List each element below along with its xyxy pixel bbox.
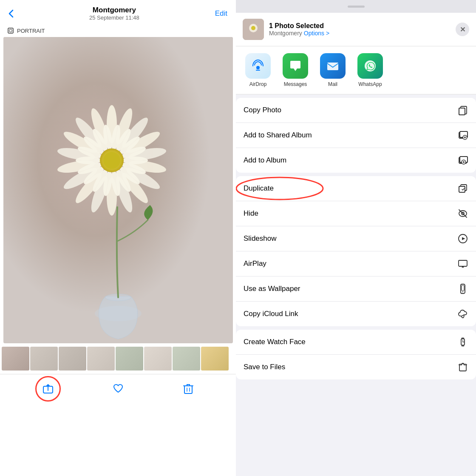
thumbnail[interactable]: [30, 347, 58, 371]
airplay-icon: [457, 258, 468, 269]
slideshow-item[interactable]: Slideshow: [236, 226, 476, 251]
album-name: Montgomery: [269, 30, 302, 37]
shared-album-icon: [457, 130, 468, 141]
thumbnail-strip: [0, 343, 236, 374]
thumbnail[interactable]: [2, 347, 29, 371]
copy-photo-item[interactable]: Copy Photo: [236, 98, 476, 123]
selected-count: 1 Photo Selected: [269, 22, 450, 30]
cloud-link-icon: [457, 308, 468, 319]
action-group-1: Copy Photo Add to Shared Album A: [236, 98, 476, 173]
svg-rect-49: [327, 63, 338, 70]
favorite-button[interactable]: [109, 379, 128, 398]
messages-icon: [283, 53, 308, 79]
trash-icon: [183, 383, 194, 395]
copy-photo-label: Copy Photo: [244, 106, 281, 114]
album-info-row: Montgomery Options >: [269, 30, 450, 37]
play-icon: [457, 233, 468, 244]
save-to-files-item[interactable]: Save to Files: [236, 355, 476, 379]
thumbnail[interactable]: [201, 347, 229, 371]
share-button[interactable]: [39, 379, 57, 398]
copy-icloud-link-item[interactable]: Copy iCloud Link: [236, 302, 476, 326]
svg-rect-72: [462, 285, 464, 291]
portrait-label: PORTRAIT: [17, 28, 45, 34]
save-to-files-label: Save to Files: [244, 363, 285, 371]
svg-point-73: [462, 291, 463, 292]
svg-rect-44: [184, 386, 192, 393]
app-item-whatsapp[interactable]: WhatsApp: [353, 53, 387, 87]
back-button[interactable]: [8, 9, 14, 18]
thumbnail[interactable]: [59, 347, 86, 371]
svg-point-42: [103, 152, 120, 169]
svg-point-47: [251, 26, 255, 30]
photo-date: 25 September 11:48: [89, 14, 139, 21]
files-icon: [457, 362, 468, 373]
app-item-messages[interactable]: Messages: [278, 53, 312, 87]
share-sheet: 1 Photo Selected Montgomery Options > ✕ …: [236, 0, 476, 476]
svg-rect-0: [8, 28, 13, 33]
sheet-header-info: 1 Photo Selected Montgomery Options >: [269, 22, 450, 37]
flower-image: [3, 37, 233, 343]
app-item-mail[interactable]: Mail: [316, 53, 350, 87]
copy-photo-icon: [457, 105, 468, 116]
add-to-shared-album-item[interactable]: Add to Shared Album: [236, 123, 476, 148]
airplay-label: AirPlay: [244, 259, 266, 268]
sheet-handle-area: [236, 0, 476, 13]
create-watch-face-label: Create Watch Face: [244, 338, 306, 346]
svg-point-48: [256, 66, 260, 69]
portrait-badge: PORTRAIT: [0, 24, 236, 37]
photos-viewer: Montgomery 25 September 11:48 Edit PORTR…: [0, 0, 236, 476]
bottom-toolbar: [0, 374, 236, 407]
action-group-3: Create Watch Face Save to Files: [236, 330, 476, 379]
whatsapp-icon: [357, 53, 383, 79]
add-album-icon: [457, 155, 468, 166]
portrait-icon: [7, 27, 14, 34]
apps-row: AirDrop Messages Mail: [236, 46, 476, 94]
copy-icloud-link-label: Copy iCloud Link: [244, 310, 298, 318]
app-item-airdrop[interactable]: AirDrop: [241, 53, 275, 87]
svg-rect-1: [9, 29, 12, 32]
mail-label: Mail: [328, 81, 337, 87]
svg-rect-52: [459, 108, 465, 115]
album-title: Montgomery: [89, 6, 139, 14]
use-as-wallpaper-item[interactable]: Use as Wallpaper: [236, 276, 476, 302]
nav-bar: Montgomery 25 September 11:48 Edit: [0, 0, 236, 24]
airdrop-icon: [245, 53, 271, 79]
edit-button[interactable]: Edit: [215, 9, 227, 18]
hide-item[interactable]: Hide: [236, 201, 476, 226]
action-list: Copy Photo Add to Shared Album A: [236, 94, 476, 476]
airdrop-label: AirDrop: [249, 81, 267, 87]
options-link[interactable]: Options >: [304, 30, 329, 37]
add-to-album-item[interactable]: Add to Album: [236, 148, 476, 173]
main-photo: [3, 37, 233, 343]
hide-icon: [457, 208, 468, 219]
sheet-header: 1 Photo Selected Montgomery Options > ✕: [236, 13, 476, 46]
duplicate-label: Duplicate: [244, 184, 274, 193]
duplicate-item[interactable]: Duplicate: [236, 176, 476, 201]
delete-button[interactable]: [179, 379, 198, 398]
heart-icon: [112, 383, 124, 395]
messages-label: Messages: [284, 81, 307, 87]
svg-rect-70: [459, 260, 467, 266]
share-button-annotation: [35, 376, 61, 402]
slideshow-label: Slideshow: [244, 234, 277, 243]
nav-title: Montgomery 25 September 11:48: [89, 6, 139, 21]
thumbnail-preview: [243, 19, 264, 40]
sheet-handle: [348, 6, 365, 8]
add-to-shared-album-label: Add to Shared Album: [244, 131, 312, 140]
thumbnail[interactable]: [144, 347, 172, 371]
airplay-item[interactable]: AirPlay: [236, 251, 476, 276]
use-as-wallpaper-label: Use as Wallpaper: [244, 285, 300, 293]
thumbnail[interactable]: [87, 347, 115, 371]
whatsapp-label: WhatsApp: [358, 81, 382, 87]
action-group-2: Duplicate Hide Slideshow: [236, 176, 476, 326]
watch-icon: [457, 336, 468, 348]
photo-thumbnail-small: [243, 19, 264, 40]
add-to-album-label: Add to Album: [244, 156, 286, 165]
close-button[interactable]: ✕: [456, 23, 469, 36]
thumbnail[interactable]: [173, 347, 200, 371]
mail-icon: [320, 53, 346, 79]
duplicate-icon: [457, 183, 468, 194]
create-watch-face-item[interactable]: Create Watch Face: [236, 330, 476, 355]
thumbnail[interactable]: [116, 347, 143, 371]
hide-label: Hide: [244, 209, 258, 218]
